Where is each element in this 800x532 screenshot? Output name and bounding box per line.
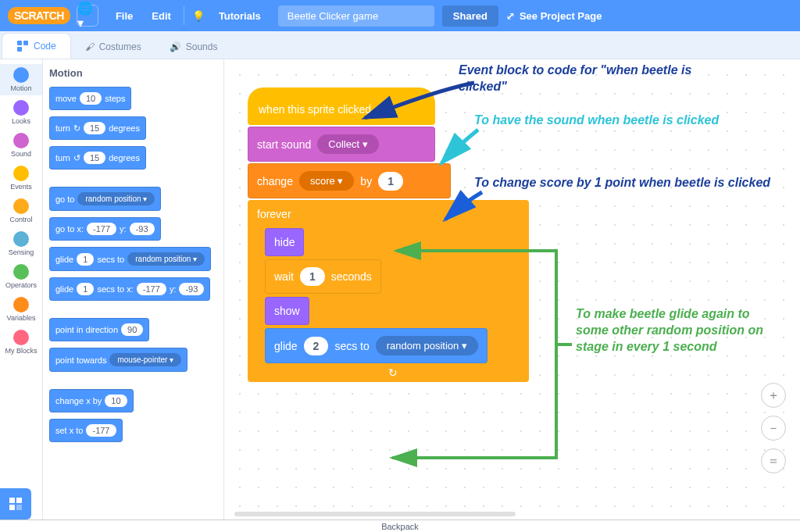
script-canvas[interactable]: when this sprite clicked start sound Col… xyxy=(224,59,800,520)
cat-looks[interactable]: Looks xyxy=(0,97,42,128)
forever-label: forever xyxy=(255,206,521,227)
block-goto[interactable]: go to random position ▾ xyxy=(49,187,161,211)
add-extension-button[interactable] xyxy=(0,488,31,520)
val[interactable]: 90 xyxy=(121,323,143,336)
svg-rect-3 xyxy=(9,498,15,503)
see-page-label: See Project Page xyxy=(520,10,602,22)
lbl: turn xyxy=(55,123,70,133)
block-turn-ccw[interactable]: turn ↺ 15 degrees xyxy=(49,146,146,170)
val[interactable]: 1 xyxy=(77,253,94,266)
block-change-var[interactable]: change score ▾ by 1 xyxy=(248,163,451,198)
lbl: point towards xyxy=(55,355,106,365)
cat-dot xyxy=(13,67,29,83)
lbl: change xyxy=(257,175,293,187)
dropdown[interactable]: mouse-pointer ▾ xyxy=(109,353,181,366)
cat-label: Events xyxy=(10,183,32,191)
block-glide-xy[interactable]: glide 1 secs to x: -177 y: -93 xyxy=(49,277,210,301)
val[interactable]: 10 xyxy=(80,92,102,105)
cat-label: Variables xyxy=(7,314,36,322)
block-hide[interactable]: hide xyxy=(265,228,304,256)
cat-dot xyxy=(13,231,29,247)
cat-events[interactable]: Events xyxy=(0,162,42,194)
block-show[interactable]: show xyxy=(265,297,309,325)
tab-costumes[interactable]: 🖌 Costumes xyxy=(71,35,155,59)
annotation-event: Event block to code for "when beetle is … xyxy=(459,62,724,95)
svg-rect-5 xyxy=(9,505,15,510)
block-point-dir[interactable]: point in direction 90 xyxy=(49,318,149,341)
cat-motion[interactable]: Motion xyxy=(0,64,42,95)
block-set-x[interactable]: set x to -177 xyxy=(49,419,123,442)
val[interactable]: 1 xyxy=(378,172,403,191)
annotation-sound: To have the sound when beetle is clicked xyxy=(474,112,755,129)
block-glide[interactable]: glide 2 secs to random position ▾ xyxy=(265,328,488,363)
category-column: Motion Looks Sound Events Control Sensin… xyxy=(0,59,43,520)
dropdown[interactable]: random position ▾ xyxy=(127,252,205,266)
menu-file[interactable]: File xyxy=(106,10,142,22)
lbl: degrees xyxy=(109,153,140,162)
block-wait[interactable]: wait 1 seconds xyxy=(265,259,381,294)
see-project-page-button[interactable]: ⤢ See Project Page xyxy=(506,10,602,22)
val[interactable]: 1 xyxy=(77,283,94,295)
block-when-sprite-clicked[interactable]: when this sprite clicked xyxy=(248,87,435,125)
cat-myblocks[interactable]: My Blocks xyxy=(0,327,42,358)
script-stack[interactable]: when this sprite clicked start sound Col… xyxy=(248,87,529,382)
block-move-steps[interactable]: move 10 steps xyxy=(49,87,131,110)
block-forever[interactable]: forever hide wait 1 seconds show glide 2… xyxy=(248,200,529,382)
menu-edit[interactable]: Edit xyxy=(142,10,180,22)
val[interactable]: 15 xyxy=(84,122,105,134)
horizontal-scrollbar[interactable] xyxy=(234,512,516,516)
lbl: set x to xyxy=(55,426,83,435)
backpack-bar[interactable]: Backpack xyxy=(0,520,800,532)
cat-dot xyxy=(13,297,29,312)
lbl: y: xyxy=(170,284,177,294)
block-palette: Motion move 10 steps turn ↻ 15 degrees t… xyxy=(43,59,224,520)
val[interactable]: -177 xyxy=(87,223,116,235)
cat-operators[interactable]: Operators xyxy=(0,261,42,292)
val[interactable]: -177 xyxy=(86,424,116,437)
val[interactable]: 1 xyxy=(300,267,325,286)
menu-tutorials[interactable]: Tutorials xyxy=(209,10,270,22)
val[interactable]: 2 xyxy=(304,337,329,355)
val[interactable]: -93 xyxy=(179,283,204,295)
globe-icon[interactable]: 🌐▾ xyxy=(77,5,98,27)
block-point-towards[interactable]: point towards mouse-pointer ▾ xyxy=(49,348,188,372)
tab-sounds[interactable]: 🔊 Sounds xyxy=(155,35,232,59)
cat-control[interactable]: Control xyxy=(0,195,42,227)
project-title-input[interactable]: Beetle Clicker game xyxy=(278,5,434,27)
zoom-reset-button[interactable]: ＝ xyxy=(761,448,786,473)
dropdown[interactable]: Collect ▾ xyxy=(317,134,378,154)
lbl: secs to xyxy=(334,340,369,352)
val[interactable]: 10 xyxy=(105,395,127,407)
block-change-x[interactable]: change x by 10 xyxy=(49,389,134,412)
tabs-row: Code 🖌 Costumes 🔊 Sounds xyxy=(0,31,800,59)
cat-variables[interactable]: Variables xyxy=(0,294,42,325)
val[interactable]: -93 xyxy=(130,223,155,235)
dropdown[interactable]: random position ▾ xyxy=(376,336,478,355)
zoom-in-button[interactable]: ＋ xyxy=(761,383,786,408)
speaker-icon: 🔊 xyxy=(170,41,181,52)
block-goto-xy[interactable]: go to x: -177 y: -93 xyxy=(49,217,161,241)
cat-label: Operators xyxy=(5,281,37,289)
block-glide-to[interactable]: glide 1 secs to random position ▾ xyxy=(49,247,211,271)
cat-sensing[interactable]: Sensing xyxy=(0,228,42,259)
cat-sound[interactable]: Sound xyxy=(0,130,42,161)
dropdown[interactable]: random position ▾ xyxy=(77,192,155,205)
val[interactable]: 15 xyxy=(84,152,105,164)
tab-code[interactable]: Code xyxy=(2,33,71,59)
annotation-score: To change score by 1 point when beetle i… xyxy=(474,175,787,191)
lbl: secs to x: xyxy=(97,284,133,294)
main-area: Motion Looks Sound Events Control Sensin… xyxy=(0,59,800,520)
lbl: change x by xyxy=(55,396,102,405)
block-turn-cw[interactable]: turn ↻ 15 degrees xyxy=(49,116,146,140)
palette-header: Motion xyxy=(49,67,217,79)
dropdown[interactable]: score ▾ xyxy=(299,171,354,191)
tab-sounds-label: Sounds xyxy=(186,41,218,52)
forever-body: hide wait 1 seconds show glide 2 secs to… xyxy=(255,227,521,363)
zoom-out-button[interactable]: － xyxy=(761,416,786,441)
val[interactable]: -177 xyxy=(137,283,166,295)
shared-button[interactable]: Shared xyxy=(442,5,498,27)
expand-icon: ⤢ xyxy=(506,10,515,22)
lbl: point in direction xyxy=(55,325,118,334)
block-start-sound[interactable]: start sound Collect ▾ xyxy=(248,127,435,162)
lbl: degrees xyxy=(109,123,140,133)
